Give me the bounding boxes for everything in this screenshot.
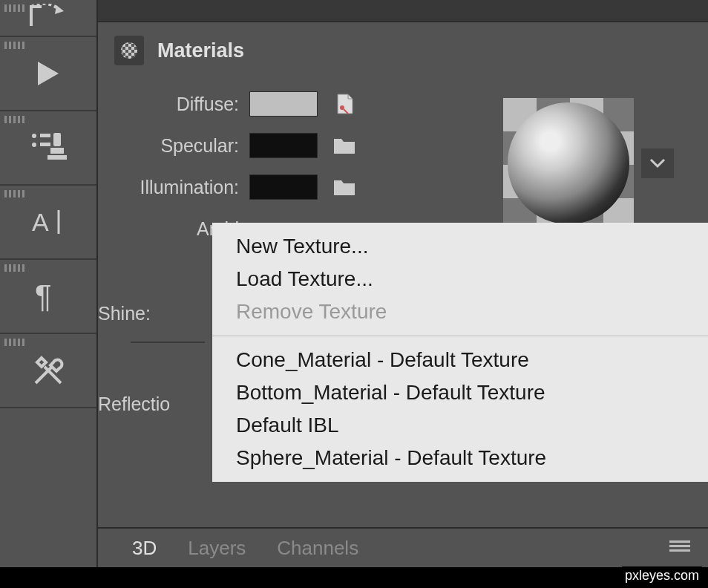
hamburger-icon	[669, 539, 690, 554]
tool-rotate[interactable]	[0, 0, 96, 37]
tool-settings[interactable]	[0, 334, 96, 408]
material-preview[interactable]	[503, 98, 634, 229]
stamp-list-icon	[30, 131, 67, 164]
checker-sphere-icon	[119, 41, 139, 60]
panel-top-bar	[98, 0, 708, 22]
svg-rect-17	[669, 545, 690, 547]
play-icon	[33, 59, 63, 88]
tool-play[interactable]	[0, 37, 96, 111]
section-header: Materials	[98, 22, 708, 76]
illumination-texture-button[interactable]	[328, 174, 361, 200]
svg-point-2	[32, 143, 36, 147]
specular-swatch[interactable]	[249, 133, 318, 158]
panel-tabs: 3D Layers Channels	[98, 527, 708, 567]
illumination-swatch[interactable]	[249, 174, 318, 200]
folder-icon	[332, 136, 356, 155]
document-icon	[333, 93, 355, 115]
bottom-bar	[0, 567, 708, 588]
tab-channels[interactable]: Channels	[272, 529, 363, 567]
left-toolbar: A ¶	[0, 0, 96, 588]
tab-layers[interactable]: Layers	[183, 529, 250, 567]
menu-texture-3[interactable]: Sphere_Material - Default Texture	[212, 442, 708, 474]
svg-rect-6	[47, 155, 67, 160]
panel-menu-button[interactable]	[669, 539, 690, 557]
menu-texture-1[interactable]: Bottom_Material - Default Texture	[212, 376, 708, 409]
menu-new-texture[interactable]: New Texture...	[212, 230, 708, 263]
svg-rect-16	[669, 540, 690, 543]
svg-rect-3	[40, 143, 50, 146]
menu-texture-2[interactable]: Default IBL	[212, 409, 708, 442]
tool-paragraph[interactable]: ¶	[0, 260, 96, 334]
menu-load-texture[interactable]: Load Texture...	[212, 263, 708, 295]
reflection-label: Reflectio	[98, 393, 170, 415]
divider	[131, 342, 205, 343]
tool-list[interactable]	[0, 111, 96, 186]
shine-label: Shine:	[98, 303, 151, 324]
svg-text:A: A	[32, 208, 49, 236]
svg-text:¶: ¶	[35, 280, 52, 313]
diffuse-swatch[interactable]	[249, 91, 318, 117]
illumination-label: Illumination:	[113, 177, 239, 198]
svg-point-14	[121, 42, 137, 59]
preview-dropdown[interactable]	[641, 148, 674, 178]
diffuse-texture-button[interactable]	[328, 91, 361, 117]
tab-3d[interactable]: 3D	[128, 529, 161, 567]
preview-sphere	[508, 102, 629, 224]
menu-separator	[212, 336, 708, 336]
section-title: Materials	[157, 39, 244, 62]
diffuse-label: Diffuse:	[113, 94, 239, 115]
rotate-icon	[28, 4, 68, 32]
texture-context-menu: New Texture... Load Texture... Remove Te…	[212, 223, 708, 482]
svg-rect-18	[669, 549, 690, 552]
chevron-down-icon	[649, 158, 666, 169]
svg-point-0	[32, 134, 36, 138]
svg-rect-5	[50, 148, 64, 154]
svg-rect-4	[53, 133, 61, 146]
specular-label: Specular:	[113, 135, 239, 157]
text-cursor-icon: A	[30, 207, 66, 237]
tools-icon	[31, 353, 65, 388]
folder-icon	[332, 177, 356, 197]
pilcrow-icon: ¶	[33, 280, 63, 313]
svg-rect-1	[40, 134, 50, 137]
tool-empty	[0, 408, 96, 588]
materials-icon	[114, 36, 144, 65]
menu-remove-texture: Remove Texture	[212, 295, 708, 328]
watermark: pxleyes.com	[622, 566, 702, 585]
specular-texture-button[interactable]	[328, 132, 361, 159]
menu-texture-0[interactable]: Cone_Material - Default Texture	[212, 344, 708, 376]
tool-text[interactable]: A	[0, 186, 96, 260]
